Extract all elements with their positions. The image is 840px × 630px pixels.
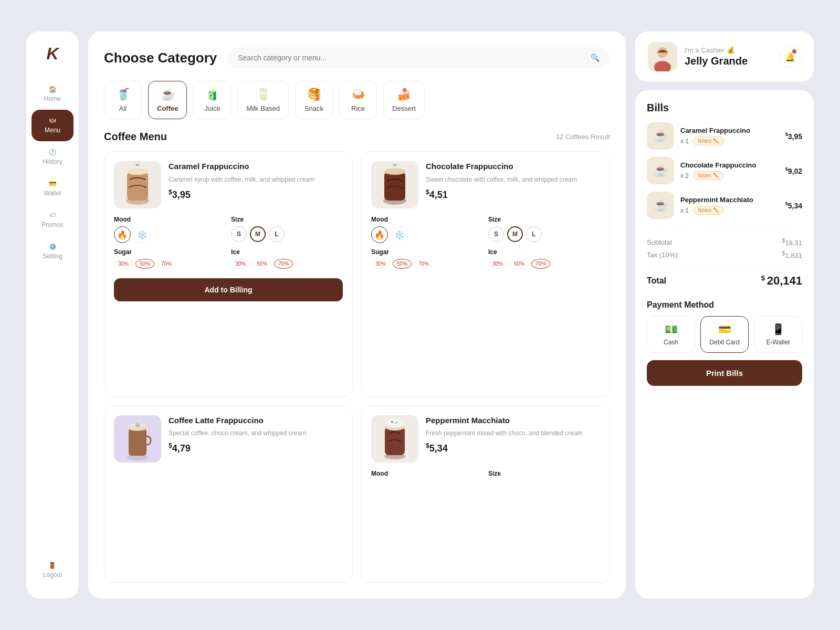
latte-desc: Special coffee, choco cream, and whipped… (169, 428, 343, 438)
chocolate-desc: Sweet chocolate with coffee, milk, and w… (426, 175, 600, 184)
sidebar-item-promos[interactable]: 🏷 Promos (32, 204, 74, 236)
print-bills-button[interactable]: Print Bills (647, 360, 802, 386)
tax-value: $1,831 (782, 250, 802, 259)
home-icon: 🏠 (49, 86, 57, 93)
svg-rect-9 (129, 428, 146, 456)
main-content: Choose Category 🔍 🥤 All ☕ Coffee 🧃 Juice… (88, 32, 626, 598)
bill-item-caramel: ☕ Caramel Frappuccino x 1 Notes ✏️ $3,95 (647, 122, 802, 150)
ice-30-btn-2[interactable]: 30% (488, 259, 507, 269)
sugar-70-btn[interactable]: 70% (157, 259, 176, 269)
size-m-btn[interactable]: M (250, 226, 266, 242)
size-m-btn-2[interactable]: M (507, 226, 523, 242)
search-input[interactable] (238, 54, 585, 62)
sidebar-item-wallet[interactable]: 💳 Wallet (32, 173, 74, 204)
search-icon: 🔍 (591, 54, 600, 62)
ice-70-btn[interactable]: 70% (274, 259, 293, 269)
bill-chocolate-notes[interactable]: Notes ✏️ (693, 171, 724, 180)
mood-hot-btn-2[interactable]: 🔥 (371, 226, 388, 243)
size-l-btn[interactable]: L (269, 226, 285, 242)
svg-rect-14 (385, 427, 405, 455)
sugar-30-btn[interactable]: 30% (114, 259, 133, 269)
category-juice[interactable]: 🧃 Juice (193, 81, 231, 119)
mood-label-4: Mood (371, 470, 483, 477)
promos-icon: 🏷 (49, 212, 56, 219)
bills-divider (647, 232, 802, 232)
coffee-icon: ☕ (161, 88, 175, 101)
chocolate-frappuccino-image (371, 161, 418, 208)
category-snack[interactable]: 🥞 Snack (295, 81, 333, 119)
bill-caramel-notes[interactable]: Notes ✏️ (693, 136, 724, 145)
category-coffee[interactable]: ☕ Coffee (148, 81, 187, 119)
sidebar-item-home[interactable]: 🏠 Home (32, 78, 74, 110)
total-value: $ 20,141 (761, 274, 802, 288)
setting-icon: ⚙️ (49, 243, 57, 250)
payment-cash-btn[interactable]: 💵 Cash (647, 316, 695, 353)
tax-label: Tax (10%) (647, 251, 678, 259)
sidebar-history-label: History (43, 158, 62, 165)
menu-grid: Caramel Frappuccino Caramel syrup with c… (104, 151, 610, 583)
bills-subtotal-row: Subtotal $18,31 (647, 237, 802, 247)
size-s-btn[interactable]: S (231, 226, 247, 242)
mood-cold-btn-2[interactable]: ❄️ (391, 226, 408, 243)
bills-tax-row: Tax (10%) $1,831 (647, 250, 802, 259)
bill-peppermint-image: ☕ (647, 192, 674, 219)
mood-label: Mood (114, 216, 226, 223)
ice-30-btn[interactable]: 30% (231, 259, 250, 269)
svg-point-16 (386, 419, 404, 428)
category-all[interactable]: 🥤 All (104, 81, 142, 119)
bill-peppermint-name: Peppermint Macchiato (680, 196, 779, 204)
sidebar-item-setting[interactable]: ⚙️ Setting (32, 236, 74, 267)
ice-50-btn-2[interactable]: 50% (510, 259, 529, 269)
payment-methods: 💵 Cash 💳 Debit Card 📱 E-Wallet (647, 316, 802, 353)
payment-debit-btn[interactable]: 💳 Debit Card (700, 316, 749, 353)
bill-item-peppermint: ☕ Peppermint Macchiato x 1 Notes ✏️ $5,3… (647, 192, 802, 219)
bill-peppermint-notes[interactable]: Notes ✏️ (693, 206, 724, 215)
svg-point-7 (384, 169, 405, 175)
chocolate-price: $4,51 (426, 188, 600, 201)
cashier-role: I'm a Cashier 💰 (685, 46, 772, 54)
size-s-btn-2[interactable]: S (488, 226, 504, 242)
payment-ewallet-btn[interactable]: 📱 E-Wallet (754, 316, 802, 353)
wallet-icon: 💳 (49, 180, 57, 187)
app-logo: K (46, 44, 58, 64)
cash-label: Cash (664, 339, 678, 346)
add-billing-button[interactable]: Add to Billing (114, 278, 343, 301)
page-title: Choose Category (104, 50, 217, 66)
cashier-name: Jelly Grande (685, 55, 772, 67)
bill-peppermint-price: $5,34 (785, 201, 802, 210)
sidebar-item-logout[interactable]: 🚪 Logout (38, 554, 68, 586)
peppermint-desc: Fresh peppermint mixed with choco, and b… (426, 428, 600, 438)
ice-70-btn-2[interactable]: 70% (531, 259, 550, 269)
svg-point-17 (391, 421, 393, 423)
mood-hot-btn[interactable]: 🔥 (114, 226, 131, 243)
sugar-50-btn-2[interactable]: 50% (393, 259, 412, 269)
sidebar-wallet-label: Wallet (44, 190, 61, 197)
category-rice[interactable]: 🍛 Rice (339, 81, 377, 119)
sugar-70-btn-2[interactable]: 70% (414, 259, 433, 269)
logout-icon: 🚪 (48, 562, 56, 569)
menu-card-peppermint: Peppermint Macchiato Fresh peppermint mi… (361, 405, 610, 583)
sidebar-logout-label: Logout (43, 571, 62, 579)
ice-label-2: Ice (488, 248, 600, 256)
sidebar-item-history[interactable]: 🕐 History (32, 141, 74, 173)
sidebar-home-label: Home (44, 95, 61, 102)
category-snack-label: Snack (304, 104, 323, 112)
size-label: Size (231, 216, 343, 223)
bill-item-chocolate: ☕ Chocolate Frappuccino x 2 Notes ✏️ $9,… (647, 157, 802, 184)
category-milk-based[interactable]: 🥛 Milk Based (237, 81, 289, 119)
sugar-50-btn[interactable]: 50% (135, 259, 154, 269)
bill-caramel-name: Caramel Frappuccino (680, 127, 779, 134)
sidebar-item-menu[interactable]: 🍽 Menu (32, 110, 74, 141)
mood-cold-btn[interactable]: ❄️ (134, 226, 151, 243)
category-dessert-label: Dessert (392, 104, 416, 112)
bill-caramel-image: ☕ (647, 122, 674, 150)
notification-button[interactable]: 🔔 (779, 46, 801, 68)
size-l-btn-2[interactable]: L (526, 226, 542, 242)
sugar-30-btn-2[interactable]: 30% (371, 259, 390, 269)
ewallet-label: E-Wallet (766, 339, 790, 346)
bill-chocolate-image: ☕ (647, 157, 674, 184)
ice-50-btn[interactable]: 50% (253, 259, 271, 269)
menu-section-header: Coffee Menu 12 Coffees Result (104, 131, 610, 143)
category-dessert[interactable]: 🍰 Dessert (383, 81, 425, 119)
search-bar[interactable]: 🔍 (227, 47, 610, 68)
